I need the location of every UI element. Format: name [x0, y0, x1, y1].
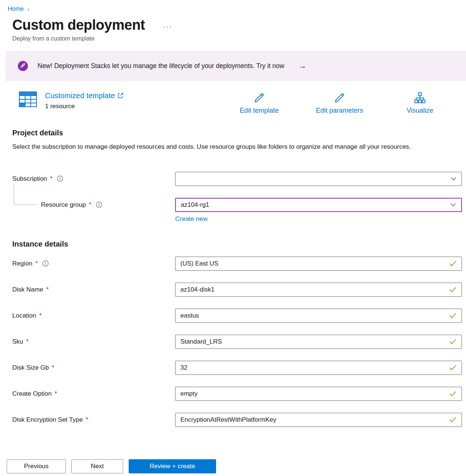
customized-template-link[interactable]: Customized template [45, 91, 123, 100]
review-create-button[interactable]: Review + create [129, 459, 216, 473]
subscription-label-text: Subscription [12, 175, 47, 183]
instance-details-heading: Instance details [12, 240, 462, 248]
region-info-icon[interactable] [42, 260, 49, 267]
disk-size-input[interactable]: 32 [175, 361, 462, 375]
required-asterisk: * [89, 201, 91, 209]
location-input[interactable]: eastus [175, 309, 462, 323]
valid-check-icon [449, 339, 456, 344]
disk-size-value: 32 [180, 364, 187, 372]
required-asterisk: * [50, 175, 53, 183]
page-title: Custom deployment [12, 17, 145, 34]
rocket-icon [18, 61, 28, 71]
disk-name-label-text: Disk Name [12, 286, 43, 293]
create-option-value: empty [180, 390, 197, 398]
disk-encryption-input[interactable]: EncryptionAtRestWithPlatformKey [175, 413, 462, 427]
disk-name-label: Disk Name * [12, 286, 175, 293]
disk-size-label-text: Disk Size Gb [12, 364, 49, 372]
breadcrumb: Home › [8, 5, 462, 12]
region-input[interactable]: (US) East US [175, 257, 462, 271]
sitemap-icon [414, 91, 426, 104]
valid-check-icon [449, 313, 456, 318]
breadcrumb-home-link[interactable]: Home [8, 6, 24, 12]
visualize-button[interactable]: Visualize [380, 91, 460, 115]
project-details-description: Select the subscription to manage deploy… [12, 142, 444, 152]
region-row: Region * (US) East US [12, 257, 462, 271]
valid-check-icon [449, 287, 456, 292]
subscription-label: Subscription * [12, 175, 175, 183]
required-asterisk: * [86, 416, 89, 424]
project-fields: Subscription * Re [12, 172, 462, 223]
valid-check-icon [449, 391, 456, 396]
edit-template-label: Edit template [240, 107, 279, 115]
subscription-row: Subscription * [12, 172, 462, 186]
resource-group-row: Resource group * az104-rg1 C [12, 198, 462, 223]
chevron-down-icon [450, 203, 456, 207]
resource-group-info-icon[interactable] [96, 202, 102, 208]
banner-arrow-icon[interactable]: → [298, 61, 306, 71]
template-link-label: Customized template [45, 91, 115, 100]
required-asterisk: * [26, 338, 29, 345]
sku-value: Standard_LRS [180, 338, 222, 345]
template-resource-count: 1 resource [45, 103, 123, 110]
disk-size-label: Disk Size Gb * [12, 364, 175, 372]
resource-group-dropdown[interactable]: az104-rg1 [175, 198, 462, 212]
subscription-dropdown[interactable] [175, 172, 462, 186]
title-row: Custom deployment ··· [12, 17, 462, 34]
valid-check-icon [449, 365, 456, 370]
edit-parameters-button[interactable]: Edit parameters [299, 91, 380, 115]
required-asterisk: * [46, 286, 49, 293]
template-info: Customized template 1 resource [45, 91, 123, 110]
chevron-down-icon [451, 177, 456, 181]
deployment-stacks-banner: New! Deployment Stacks let you manage th… [6, 51, 466, 81]
required-asterisk: * [39, 312, 42, 319]
template-icon [19, 91, 37, 107]
instance-fields: Region * (US) East US Disk Na [12, 257, 462, 427]
sku-label-text: Sku [12, 338, 23, 345]
create-option-input[interactable]: empty [175, 387, 462, 401]
resource-group-value: az104-rg1 [181, 201, 209, 209]
disk-encryption-value: EncryptionAtRestWithPlatformKey [180, 416, 276, 424]
edit-template-button[interactable]: Edit template [219, 91, 299, 115]
required-asterisk: * [35, 260, 38, 267]
next-button[interactable]: Next [71, 459, 123, 473]
field-connector-line [14, 184, 37, 205]
region-label-text: Region [12, 260, 32, 267]
banner-text: New! Deployment Stacks let you manage th… [38, 62, 284, 70]
valid-check-icon [449, 417, 456, 422]
template-summary: Customized template 1 resource Edit temp… [12, 91, 462, 115]
location-label-text: Location [12, 312, 36, 319]
create-option-label-text: Create Option [12, 390, 52, 398]
create-option-label: Create Option * [12, 390, 175, 398]
template-actions: Edit template Edit parameters Visualize [219, 91, 460, 115]
required-asterisk: * [52, 364, 54, 372]
external-link-icon [118, 93, 123, 99]
resource-group-label-text: Resource group [41, 201, 86, 209]
previous-button[interactable]: Previous [7, 459, 66, 473]
disk-size-row: Disk Size Gb * 32 [12, 361, 462, 375]
valid-check-icon [449, 261, 456, 266]
create-option-row: Create Option * empty [12, 387, 462, 401]
disk-encryption-label: Disk Encryption Set Type * [12, 416, 175, 424]
footer-bar: Previous Next Review + create [0, 449, 466, 476]
custom-deployment-page: Home › Custom deployment ··· Deploy from… [0, 0, 466, 476]
location-row: Location * eastus [12, 309, 462, 323]
create-new-link[interactable]: Create new [175, 215, 208, 223]
pencil-icon [333, 91, 346, 104]
location-label: Location * [12, 312, 175, 319]
more-options-button[interactable]: ··· [163, 22, 173, 34]
project-details-heading: Project details [12, 129, 462, 137]
disk-name-input[interactable]: az104-disk1 [175, 283, 462, 297]
breadcrumb-separator: › [28, 6, 29, 12]
disk-encryption-label-text: Disk Encryption Set Type [12, 416, 83, 424]
page-subtitle: Deploy from a custom template [12, 35, 462, 42]
sku-input[interactable]: Standard_LRS [175, 335, 462, 349]
pencil-icon [253, 91, 266, 104]
required-asterisk: * [55, 390, 57, 398]
region-value: (US) East US [180, 260, 218, 267]
location-value: eastus [180, 312, 199, 319]
disk-name-value: az104-disk1 [180, 286, 215, 293]
subscription-info-icon[interactable] [57, 176, 63, 182]
visualize-label: Visualize [406, 107, 433, 115]
disk-name-row: Disk Name * az104-disk1 [12, 283, 462, 297]
sku-row: Sku * Standard_LRS [12, 335, 462, 349]
